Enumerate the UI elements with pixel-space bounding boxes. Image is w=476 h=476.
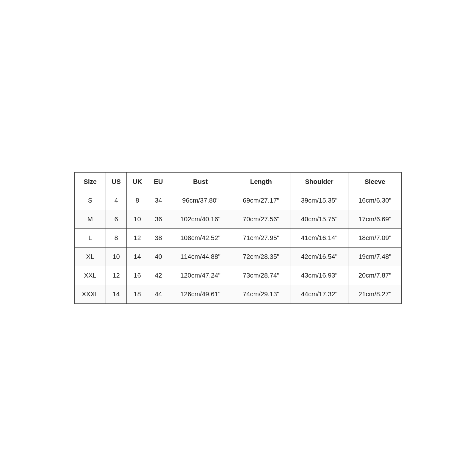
- cell-eu: 42: [148, 266, 169, 285]
- cell-eu: 36: [148, 210, 169, 229]
- cell-uk: 14: [127, 248, 148, 266]
- table-row: L81238108cm/42.52"71cm/27.95"41cm/16.14"…: [75, 229, 402, 248]
- table-row: XXXL141844126cm/49.61"74cm/29.13"44cm/17…: [75, 285, 402, 304]
- cell-size: M: [75, 210, 106, 229]
- cell-bust: 108cm/42.52": [169, 229, 232, 248]
- cell-us: 6: [106, 210, 127, 229]
- cell-sleeve: 20cm/7.87": [348, 266, 402, 285]
- cell-uk: 8: [127, 191, 148, 210]
- cell-eu: 34: [148, 191, 169, 210]
- cell-bust: 102cm/40.16": [169, 210, 232, 229]
- cell-us: 10: [106, 248, 127, 266]
- table-row: XL101440114cm/44.88"72cm/28.35"42cm/16.5…: [75, 248, 402, 266]
- header-us: US: [106, 173, 127, 191]
- cell-length: 74cm/29.13": [232, 285, 290, 304]
- cell-uk: 16: [127, 266, 148, 285]
- cell-eu: 38: [148, 229, 169, 248]
- cell-size: L: [75, 229, 106, 248]
- cell-shoulder: 42cm/16.54": [290, 248, 348, 266]
- cell-length: 72cm/28.35": [232, 248, 290, 266]
- cell-size: XXXL: [75, 285, 106, 304]
- cell-sleeve: 17cm/6.69": [348, 210, 402, 229]
- cell-size: XXL: [75, 266, 106, 285]
- cell-sleeve: 18cm/7.09": [348, 229, 402, 248]
- cell-length: 73cm/28.74": [232, 266, 290, 285]
- table-row: S483496cm/37.80"69cm/27.17"39cm/15.35"16…: [75, 191, 402, 210]
- cell-length: 69cm/27.17": [232, 191, 290, 210]
- cell-size: S: [75, 191, 106, 210]
- cell-sleeve: 16cm/6.30": [348, 191, 402, 210]
- cell-shoulder: 41cm/16.14": [290, 229, 348, 248]
- cell-us: 14: [106, 285, 127, 304]
- cell-us: 12: [106, 266, 127, 285]
- cell-uk: 10: [127, 210, 148, 229]
- size-chart-container: Size US UK EU Bust Length Shoulder Sleev…: [74, 172, 402, 304]
- header-eu: EU: [148, 173, 169, 191]
- cell-length: 70cm/27.56": [232, 210, 290, 229]
- header-sleeve: Sleeve: [348, 173, 402, 191]
- cell-shoulder: 39cm/15.35": [290, 191, 348, 210]
- size-chart-table: Size US UK EU Bust Length Shoulder Sleev…: [74, 172, 402, 304]
- header-size: Size: [75, 173, 106, 191]
- header-shoulder: Shoulder: [290, 173, 348, 191]
- cell-bust: 96cm/37.80": [169, 191, 232, 210]
- cell-shoulder: 40cm/15.75": [290, 210, 348, 229]
- table-row: XXL121642120cm/47.24"73cm/28.74"43cm/16.…: [75, 266, 402, 285]
- table-header-row: Size US UK EU Bust Length Shoulder Sleev…: [75, 173, 402, 191]
- cell-shoulder: 44cm/17.32": [290, 285, 348, 304]
- cell-us: 4: [106, 191, 127, 210]
- cell-eu: 40: [148, 248, 169, 266]
- table-row: M61036102cm/40.16"70cm/27.56"40cm/15.75"…: [75, 210, 402, 229]
- cell-size: XL: [75, 248, 106, 266]
- cell-bust: 120cm/47.24": [169, 266, 232, 285]
- cell-length: 71cm/27.95": [232, 229, 290, 248]
- cell-shoulder: 43cm/16.93": [290, 266, 348, 285]
- header-length: Length: [232, 173, 290, 191]
- cell-us: 8: [106, 229, 127, 248]
- cell-sleeve: 19cm/7.48": [348, 248, 402, 266]
- cell-sleeve: 21cm/8.27": [348, 285, 402, 304]
- header-uk: UK: [127, 173, 148, 191]
- cell-bust: 126cm/49.61": [169, 285, 232, 304]
- cell-eu: 44: [148, 285, 169, 304]
- cell-bust: 114cm/44.88": [169, 248, 232, 266]
- header-bust: Bust: [169, 173, 232, 191]
- cell-uk: 12: [127, 229, 148, 248]
- cell-uk: 18: [127, 285, 148, 304]
